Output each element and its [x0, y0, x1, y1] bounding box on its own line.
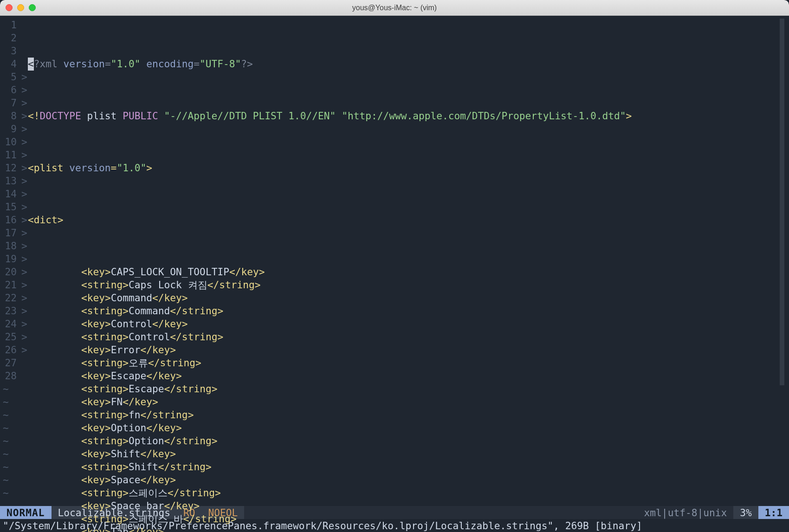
line-number: 7 — [0, 97, 19, 110]
window-titlebar: yous@Yous-iMac: ~ (vim) — [0, 0, 789, 16]
line-number: 18 — [0, 240, 19, 253]
code-area[interactable]: <?xml version="1.0" encoding="UTF-8"?> <… — [28, 19, 789, 532]
tilde: ~ — [3, 474, 9, 487]
code-line[interactable]: <string>Option</string> — [28, 435, 789, 448]
code-line[interactable]: <key>Option</key> — [28, 422, 789, 435]
code-line[interactable]: <key>Shift</key> — [28, 448, 789, 461]
line-number: 17 — [0, 227, 19, 240]
line-number: 13 — [0, 175, 19, 188]
line-number: 22 — [0, 292, 19, 305]
code-line[interactable]: <string>Escape</string> — [28, 383, 789, 396]
line-number: 16 — [0, 214, 19, 227]
tilde: ~ — [3, 422, 9, 435]
tilde: ~ — [3, 396, 9, 409]
code-line[interactable]: <key>Space bar</key> — [28, 500, 789, 513]
line-number: 21 — [0, 279, 19, 292]
line-number: 3 — [0, 45, 19, 58]
code-line[interactable]: <key>Error</key> — [28, 344, 789, 357]
line-number: 20 — [0, 266, 19, 279]
line-number: 2 — [0, 32, 19, 45]
code-line[interactable]: <key>Space</key> — [28, 474, 789, 487]
line-number: 9 — [0, 123, 19, 136]
code-line[interactable]: <dict> — [28, 214, 789, 227]
code-line[interactable]: <key>Control</key> — [28, 318, 789, 331]
empty-lines: ~~~~~~~~~ — [3, 383, 9, 500]
code-line[interactable]: <plist version="1.0"> — [28, 162, 789, 175]
line-number: 11 — [0, 149, 19, 162]
code-line[interactable]: <key>Escape</key> — [28, 370, 789, 383]
line-number: 6 — [0, 84, 19, 97]
code-line[interactable]: <key>Tab</key> — [28, 526, 789, 532]
cursor: < — [28, 58, 34, 71]
line-number: 25 — [0, 331, 19, 344]
code-line[interactable]: <string>Shift</string> — [28, 461, 789, 474]
line-number: 12 — [0, 162, 19, 175]
code-line[interactable]: <key>Command</key> — [28, 292, 789, 305]
line-number: 26 — [0, 344, 19, 357]
tilde: ~ — [3, 383, 9, 396]
editor-viewport[interactable]: 1234567891011121314151617181920212223242… — [0, 16, 789, 506]
line-number: 8 — [0, 110, 19, 123]
line-number: 1 — [0, 19, 19, 32]
code-line[interactable]: <?xml version="1.0" encoding="UTF-8"?> — [28, 58, 789, 71]
code-line[interactable]: <key>FN</key> — [28, 396, 789, 409]
code-block: <key>CAPS_LOCK_ON_TOOLTIP</key><string>C… — [28, 266, 789, 532]
tilde: ~ — [3, 461, 9, 474]
window-title: yous@Yous-iMac: ~ (vim) — [0, 4, 789, 12]
line-number: 4 — [0, 58, 19, 71]
tilde: ~ — [3, 409, 9, 422]
code-line[interactable]: <key>CAPS_LOCK_ON_TOOLTIP</key> — [28, 266, 789, 279]
tilde: ~ — [3, 435, 9, 448]
code-line[interactable]: <!DOCTYPE plist PUBLIC "-//Apple//DTD PL… — [28, 110, 789, 123]
tilde: ~ — [3, 448, 9, 461]
code-line[interactable]: <string>오류</string> — [28, 357, 789, 370]
tilde: ~ — [3, 487, 9, 500]
code-line[interactable]: <string>Control</string> — [28, 331, 789, 344]
code-line[interactable]: <string>fn</string> — [28, 409, 789, 422]
line-number: 10 — [0, 136, 19, 149]
line-number: 23 — [0, 305, 19, 318]
line-number: 24 — [0, 318, 19, 331]
line-number: 27 — [0, 357, 19, 370]
code-line[interactable]: <string>스페이스 바</string> — [28, 513, 789, 526]
line-number: 5 — [0, 71, 19, 84]
line-number: 15 — [0, 201, 19, 214]
code-line[interactable]: <string>Command</string> — [28, 305, 789, 318]
code-line[interactable]: <string>Caps Lock 켜짐</string> — [28, 279, 789, 292]
line-number: 14 — [0, 188, 19, 201]
code-line[interactable]: <string>스페이스</string> — [28, 487, 789, 500]
line-number: 19 — [0, 253, 19, 266]
line-number: 28 — [0, 370, 19, 383]
